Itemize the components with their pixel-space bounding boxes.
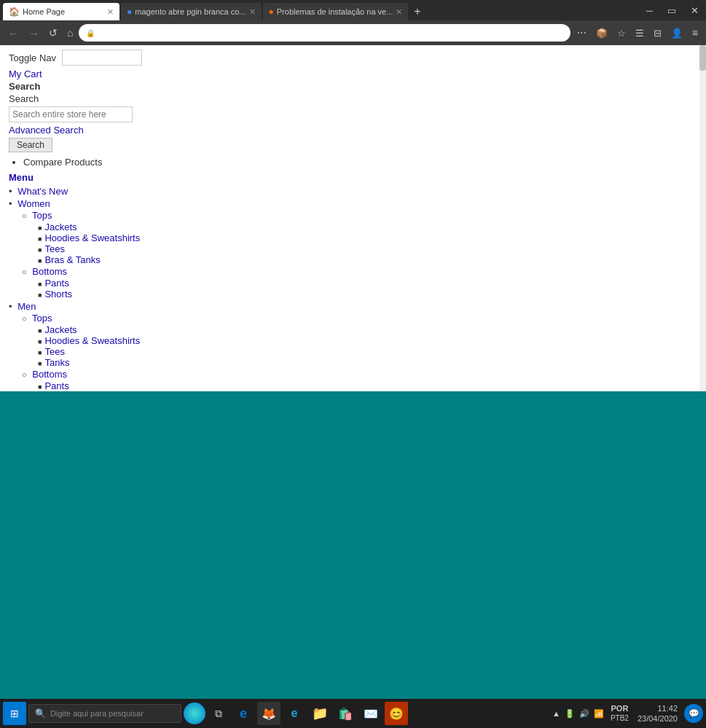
nav-item-shorts-w: ■Shorts	[38, 289, 691, 300]
account-button[interactable]: 👤	[667, 26, 686, 41]
search-input[interactable]	[9, 106, 133, 122]
task-view-button[interactable]: ⧉	[208, 702, 230, 724]
menu-button[interactable]: ≡	[689, 25, 702, 41]
women-jackets-link[interactable]: Jackets	[44, 222, 77, 232]
nav-item-hoodies-m: ■Hoodies & Sweatshirts	[38, 335, 691, 346]
tab-problemas[interactable]: ● Problemas de instalação na ve... ✕	[263, 3, 409, 20]
sublang-label: PTB2	[611, 714, 629, 723]
tabs-bar: 🏠 Home Page ✕ ● magento abre pgin branca…	[0, 0, 706, 20]
maximize-button[interactable]: ▭	[660, 0, 683, 20]
reader-view-button[interactable]: ⊟	[650, 26, 665, 41]
tab-close-magento[interactable]: ✕	[249, 7, 256, 17]
nav-item-bras-w: ■Bras & Tanks	[38, 254, 691, 265]
tray-clock[interactable]: 11:42 23/04/2020	[638, 703, 678, 724]
taskbar-app-folder[interactable]: 📁	[308, 702, 332, 725]
tray-network-icon[interactable]: 📶	[594, 709, 604, 719]
scrollbar-y[interactable]	[699, 45, 706, 391]
tab-close-home[interactable]: ✕	[107, 7, 114, 17]
tray-lang[interactable]: POR PTB2	[611, 704, 629, 722]
search-title: Search	[9, 81, 691, 92]
taskbar-app-store[interactable]: 🛍️	[334, 702, 357, 725]
page-content: Toggle Nav My Cart Search Search Advance…	[0, 45, 699, 391]
toggle-nav-row: Toggle Nav	[9, 50, 691, 66]
tab-favicon-problemas: ●	[269, 7, 274, 17]
menu-link[interactable]: Menu	[9, 172, 34, 183]
taskbar-app-face[interactable]: 😊	[385, 702, 408, 725]
men-hoodies-link[interactable]: Hoodies & Sweatshirts	[44, 335, 140, 346]
star-button[interactable]: ☆	[613, 26, 629, 41]
edge-icon: e	[240, 706, 247, 721]
home-button[interactable]: ⌂	[63, 25, 77, 41]
tab-magento[interactable]: ● magento abre pgin branca co... ✕	[121, 3, 262, 20]
men-bottoms-link[interactable]: Bottoms	[32, 369, 67, 380]
taskbar: ⊞ 🔍 Digite aqui para pesquisar ⧉ e 🦊 e 📁…	[0, 699, 706, 728]
women-hoodies-link[interactable]: Hoodies & Sweatshirts	[44, 232, 140, 243]
compare-products-list: Compare Products	[9, 157, 691, 168]
folder-icon: 📁	[312, 705, 328, 721]
women-link[interactable]: Women	[17, 198, 50, 209]
women-tops-link[interactable]: Tops	[32, 210, 52, 221]
firefox-icon: 🦊	[262, 707, 276, 721]
tab-close-problemas[interactable]: ✕	[396, 7, 402, 17]
reload-button[interactable]: ↺	[45, 25, 61, 41]
tray-volume-icon[interactable]: 🔊	[579, 709, 589, 719]
clock-time: 11:42	[657, 703, 678, 713]
women-shorts-link[interactable]: Shorts	[44, 289, 72, 300]
lock-icon: 🔒	[86, 29, 95, 37]
sidebar-button[interactable]: ☰	[632, 26, 648, 41]
tab-favicon-home: 🏠	[9, 7, 20, 17]
address-bar[interactable]: 🔒	[79, 24, 570, 42]
tab-label-home: Home Page	[23, 7, 101, 16]
nav-item-men-bottoms: ○ Bottoms ■Pants ■Shorts	[22, 369, 691, 391]
tab-favicon-magento: ●	[127, 7, 132, 17]
taskbar-search[interactable]: 🔍 Digite aqui para pesquisar	[28, 704, 181, 723]
tray-notification-button[interactable]: 💬	[684, 704, 703, 723]
cortana-button[interactable]	[184, 702, 205, 724]
compare-products-link[interactable]: Compare Products	[23, 157, 102, 168]
start-button[interactable]: ⊞	[3, 702, 26, 725]
women-tees-link[interactable]: Tees	[44, 243, 64, 254]
scrollbar-thumb[interactable]	[699, 45, 706, 71]
taskbar-app-edge[interactable]: e	[232, 702, 255, 725]
nav-item-jackets-w: ■Jackets	[38, 222, 691, 232]
store-icon: 🛍️	[338, 707, 353, 721]
nav-item-tees-m: ■Tees	[38, 346, 691, 357]
ie-icon: e	[291, 707, 298, 720]
mail-icon: ✉️	[364, 707, 378, 721]
whats-new-link[interactable]: What's New	[17, 186, 68, 197]
men-pants-link[interactable]: Pants	[44, 380, 68, 391]
tray-up-arrow[interactable]: ▲	[552, 709, 560, 718]
tab-home-page[interactable]: 🏠 Home Page ✕	[3, 3, 119, 20]
men-link[interactable]: Men	[17, 301, 36, 312]
taskbar-app-mail[interactable]: ✉️	[359, 702, 383, 725]
women-bras-link[interactable]: Bras & Tanks	[44, 254, 100, 265]
toggle-nav-input[interactable]	[62, 50, 142, 66]
men-tanks-link[interactable]: Tanks	[44, 357, 69, 368]
notification-icon: 💬	[689, 708, 699, 719]
my-cart-link[interactable]: My Cart	[9, 69, 42, 79]
system-tray: ▲ 🔋 🔊 📶 POR PTB2 11:42 23/04/2020 💬	[552, 703, 703, 724]
nav-item-tees-w: ■Tees	[38, 243, 691, 254]
men-tops-link[interactable]: Tops	[32, 313, 52, 324]
lang-label: POR	[611, 704, 629, 713]
taskbar-app-ie[interactable]: e	[283, 702, 306, 725]
main-nav-list: • What's New • Women ○ Tops ■Jackets ■Ho…	[9, 186, 691, 391]
forward-button[interactable]: →	[25, 25, 43, 42]
window-controls: ─ ▭ ✕	[639, 0, 706, 20]
minimize-button[interactable]: ─	[639, 0, 660, 20]
tab-label-magento: magento abre pgin branca co...	[135, 7, 246, 16]
men-tees-link[interactable]: Tees	[44, 346, 64, 357]
add-tab-button[interactable]: +	[408, 3, 426, 20]
women-pants-link[interactable]: Pants	[44, 278, 68, 289]
clock-date: 23/04/2020	[638, 713, 678, 724]
desktop-area	[0, 391, 706, 728]
men-jackets-link[interactable]: Jackets	[44, 324, 77, 335]
women-bottoms-link[interactable]: Bottoms	[32, 266, 67, 277]
taskbar-app-firefox[interactable]: 🦊	[257, 702, 281, 725]
back-button[interactable]: ←	[4, 25, 23, 42]
pocket-button[interactable]: 📦	[592, 26, 611, 41]
close-window-button[interactable]: ✕	[683, 0, 706, 20]
search-button[interactable]: Search	[9, 138, 52, 152]
more-button[interactable]: ···	[573, 24, 589, 42]
advanced-search-link[interactable]: Advanced Search	[9, 125, 84, 136]
